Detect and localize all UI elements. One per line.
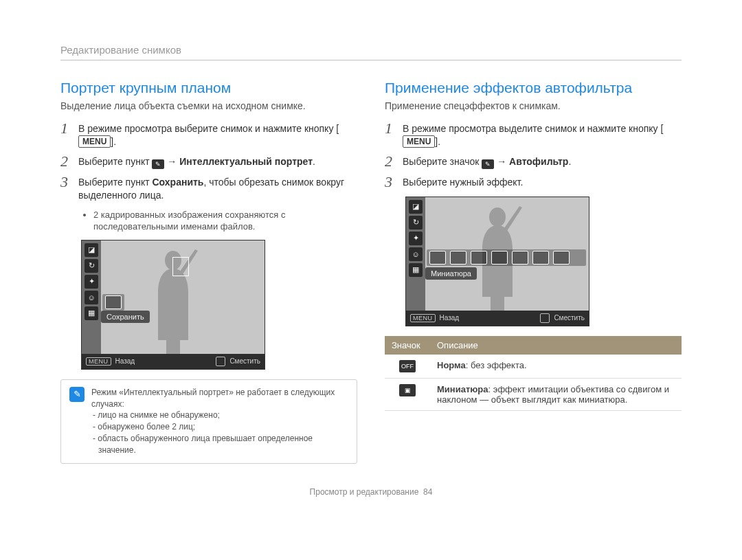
rotate-icon: ↻ [409, 216, 423, 229]
footer-move-label: Сместить [554, 314, 585, 322]
camera-footer-bar: MENU Назад Сместить [82, 354, 265, 369]
step-number: 2 [60, 154, 78, 169]
note-intro: Режим «Интеллектуальный портрет» не рабо… [91, 387, 348, 410]
effect-icon: ✦ [409, 232, 423, 245]
table-row: OFF Норма: без эффекта. [385, 355, 682, 379]
screen-icon-toolbar: ◪ ↻ ✦ ☺ ▦ [82, 240, 101, 354]
step-number: 3 [385, 175, 403, 190]
camera-footer-bar: MENU Назад Сместить [406, 311, 589, 326]
menu-tag-icon: MENU [86, 357, 111, 366]
step-number: 3 [60, 175, 78, 190]
step-number: 1 [60, 121, 78, 136]
grid-icon: ▦ [85, 306, 98, 320]
contrast-icon: ◪ [409, 200, 423, 214]
effects-table: Значок Описание OFF Норма: без эффекта. … [385, 336, 682, 411]
info-icon: ✎ [69, 387, 85, 402]
grid-icon: ▦ [409, 263, 423, 277]
option-chip [471, 251, 487, 265]
effect-icon: ✦ [85, 275, 98, 289]
table-cell-desc: Норма: без эффекта. [430, 355, 682, 379]
step-text: Выберите пункт Сохранить, чтобы обрезать… [78, 175, 357, 202]
right-steps: 1 В режиме просмотра выделите снимок и н… [385, 121, 682, 190]
right-section-subtitle: Применение спецэффектов к снимкам. [385, 100, 682, 111]
step-number: 2 [385, 154, 403, 169]
right-section-title: Применение эффектов автофильтра [385, 80, 682, 96]
left-section-title: Портрет крупным планом [60, 80, 357, 96]
option-chip [105, 295, 122, 309]
footer-back-label: Назад [115, 357, 135, 365]
table-row: ▣ Миниатюра: эффект имитации объектива с… [385, 378, 682, 410]
table-cell-desc: Миниатюра: эффект имитации объектива со … [430, 378, 682, 410]
page-footer: Просмотр и редактирование 84 [60, 487, 682, 497]
rotate-icon: ↻ [85, 259, 98, 273]
edit-tools-icon: ✎ [152, 159, 164, 169]
menu-button-label: MENU [403, 135, 435, 148]
note-item: - лицо на снимке не обнаружено; [91, 410, 348, 421]
left-sub-bullets: 2 кадрированных изображения сохраняются … [60, 209, 357, 233]
option-chip [491, 251, 508, 265]
note-body: Режим «Интеллектуальный портрет» не рабо… [91, 387, 348, 456]
options-row [427, 249, 586, 266]
footer-back-label: Назад [440, 314, 460, 322]
table-head-desc: Описание [430, 336, 682, 355]
svg-point-1 [489, 208, 506, 227]
footer-move-label: Сместить [229, 357, 260, 365]
option-chip [512, 251, 528, 265]
camera-screen-right: ◪ ↻ ✦ ☺ ▦ [405, 197, 589, 326]
option-chip [532, 251, 549, 265]
step-text: Выберите значок ✎ → Автофильтр. [403, 154, 571, 169]
note-item: - обнаружено более 2 лиц; [91, 421, 348, 433]
portrait-icon: ☺ [409, 247, 423, 261]
step-text: В режиме просмотра выделите снимок и наж… [403, 121, 682, 148]
menu-tag-icon: MENU [410, 314, 436, 322]
norm-icon: OFF [399, 360, 416, 372]
footer-page-number: 84 [423, 487, 432, 497]
note-item: - область обнаруженного лица превышает о… [91, 433, 348, 456]
dpad-icon [216, 357, 225, 366]
contrast-icon: ◪ [85, 243, 98, 257]
portrait-icon: ☺ [85, 291, 98, 304]
step-text: В режиме просмотра выберите снимок и наж… [78, 121, 357, 148]
option-bubble: Миниатюра [425, 267, 477, 280]
step-text: Выберите пункт ✎ → Интеллектуальный порт… [78, 154, 315, 169]
left-column: Портрет крупным планом Выделение лица об… [60, 80, 357, 464]
edit-tools-icon: ✎ [482, 159, 494, 169]
face-detect-box [172, 257, 189, 276]
bullet-item: 2 кадрированных изображения сохраняются … [93, 209, 357, 233]
step-text: Выберите нужный эффект. [403, 175, 523, 189]
dpad-icon [540, 313, 550, 323]
camera-screen-left: ◪ ↻ ✦ ☺ ▦ Сохранить [81, 240, 265, 370]
menu-button-label: MENU [78, 135, 111, 148]
table-head-icon: Значок [385, 336, 430, 355]
screen-icon-toolbar: ◪ ↻ ✦ ☺ ▦ [406, 197, 425, 311]
left-steps: 1 В режиме просмотра выберите снимок и н… [60, 121, 357, 202]
info-note: ✎ Режим «Интеллектуальный портрет» не ра… [60, 379, 357, 464]
right-column: Применение эффектов автофильтра Применен… [385, 80, 682, 464]
left-section-subtitle: Выделение лица объекта съемки на исходно… [60, 100, 357, 111]
section-header: Редактирование снимков [60, 44, 682, 60]
option-chip [553, 251, 570, 265]
option-chip [450, 251, 466, 265]
option-bubble: Сохранить [101, 311, 150, 323]
options-row [102, 294, 124, 311]
option-chip [429, 251, 446, 265]
step-number: 1 [385, 121, 403, 136]
miniature-icon: ▣ [399, 384, 416, 396]
footer-label: Просмотр и редактирование [310, 487, 419, 497]
